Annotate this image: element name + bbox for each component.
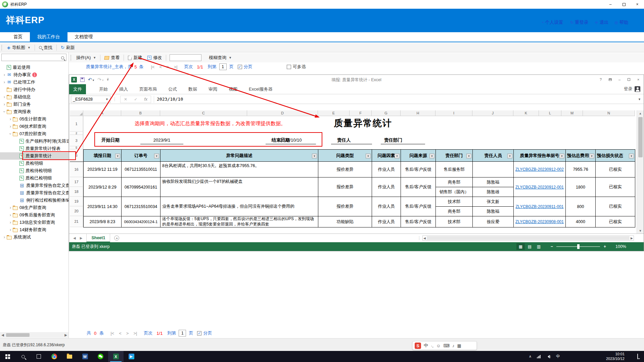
start-date-value[interactable]: 2023/9/1: [140, 138, 183, 143]
ribbon-tab-file[interactable]: 文件: [69, 84, 86, 94]
column-letter[interactable]: C: [160, 110, 247, 116]
filter-dropdown-icon[interactable]: ▼: [312, 154, 317, 158]
select-all-corner[interactable]: [70, 110, 83, 116]
row-number[interactable]: 3: [70, 135, 83, 146]
sidebar-item-routine-inspection[interactable]: ⊞例行检过程检验柜体编码后检: [0, 197, 69, 204]
ribbon-tab-insert[interactable]: 插入: [113, 84, 134, 94]
navigate-map-button[interactable]: ◈导航图▼: [4, 44, 33, 52]
cell-date[interactable]: 2023/9/12 11:19: [84, 162, 122, 177]
scrollbar-thumb[interactable]: [6, 333, 30, 337]
zoom-slider-track[interactable]: [556, 246, 600, 247]
ribbon-display-icon[interactable]: [605, 76, 615, 83]
filter-dropdown-icon[interactable]: ▼: [429, 154, 434, 158]
expander-icon[interactable]: ›: [2, 109, 7, 114]
ime-indicator[interactable]: 中: [556, 354, 560, 359]
column-letter[interactable]: M: [561, 110, 583, 116]
pager-first-button[interactable]: |<: [110, 331, 114, 336]
cell-type[interactable]: 功能缺陷: [318, 216, 372, 227]
scrollbar-thumb[interactable]: [638, 117, 643, 157]
keyboard-icon[interactable]: ⌨: [443, 343, 450, 348]
taskbar-clock[interactable]: 10:01 2023/10/12: [606, 352, 625, 361]
cell-factor[interactable]: 作业人员: [372, 162, 401, 177]
sidebar-item-05[interactable]: ›05生计部查询: [0, 115, 69, 123]
ribbon-tab-excel-server[interactable]: Excel服务器: [243, 84, 278, 94]
taskbar-word[interactable]: W: [77, 351, 93, 362]
sidebar-item-material-ledger[interactable]: ✎生产领料序时簿(无筛选日期): [0, 138, 69, 145]
scroll-right-icon[interactable]: ▶: [63, 333, 68, 337]
pager-first-button[interactable]: |<: [151, 64, 154, 69]
tab-my-workbench[interactable]: 我的工作台: [30, 32, 67, 42]
sidebar-item-dept-business[interactable]: ›部门业务: [0, 101, 69, 108]
cell-status[interactable]: 已核实: [596, 216, 635, 227]
expander-icon[interactable]: ›: [2, 80, 7, 85]
cell-source[interactable]: 售后/客户反馈: [401, 197, 436, 216]
taskbar-wechat[interactable]: [93, 351, 108, 362]
filter-dropdown-icon[interactable]: ▼: [366, 154, 371, 158]
sidebar-item-inprogress[interactable]: 进行中待办: [0, 86, 69, 93]
filter-dropdown-icon[interactable]: ▼: [115, 154, 120, 158]
cell-date[interactable]: 2023/9/8 8:23: [84, 216, 122, 227]
cell-order[interactable]: 06712135510011: [122, 162, 160, 177]
cell-cost[interactable]: 800: [566, 197, 596, 216]
sidebar-item-quality-report[interactable]: ✎质量异常统计报表: [0, 145, 69, 152]
pager-next-button[interactable]: >: [167, 64, 169, 69]
sidebar-item-06[interactable]: ›06技术部查询: [0, 123, 69, 130]
taskbar-app[interactable]: ▶: [124, 351, 139, 362]
cell-date[interactable]: 2023/9/11 14:30: [84, 197, 122, 216]
column-letter[interactable]: H: [401, 110, 435, 116]
cell-type[interactable]: 报价差异: [318, 197, 372, 216]
sidebar-item-qc-done[interactable]: ✎质检已检明细: [0, 174, 69, 182]
sheet-horizontal-scrollbar[interactable]: ◀ ▶: [422, 236, 634, 241]
taskbar-chrome[interactable]: [46, 351, 62, 362]
sidebar-item-14[interactable]: ›14财务部查询: [0, 226, 69, 234]
cell-dept[interactable]: 售后服务部: [436, 162, 473, 177]
close-icon[interactable]: ×: [631, 0, 644, 9]
filter-dropdown-icon[interactable]: ▼: [507, 154, 512, 158]
goto-page-input[interactable]: [219, 63, 227, 70]
ribbon-tab-data[interactable]: 数据: [183, 84, 203, 94]
cell-cost[interactable]: 4000: [566, 216, 596, 227]
personal-settings-link[interactable]: ◔个人设置: [541, 19, 563, 25]
cell-date[interactable]: 2023/9/12 8:29: [84, 177, 122, 197]
fx-icon[interactable]: fx: [144, 97, 147, 102]
network-icon[interactable]: [537, 355, 541, 358]
sidebar-item-custom-query-2[interactable]: ⊞质量异常报告自定义查询（3: [0, 189, 69, 197]
sidebar-item-system-test[interactable]: ›系统测试: [0, 234, 69, 241]
column-letter[interactable]: G: [372, 110, 401, 116]
filter-dropdown-icon[interactable]: ▼: [589, 154, 594, 158]
column-letter[interactable]: I: [435, 110, 472, 116]
start-button[interactable]: [0, 351, 15, 362]
sheet-prev-icon[interactable]: ◀: [73, 236, 76, 240]
expander-icon[interactable]: ›: [8, 213, 13, 217]
save-icon[interactable]: [80, 77, 85, 82]
sidebar-horizontal-scrollbar[interactable]: ◀ ▶: [0, 332, 68, 338]
filter-dropdown-icon[interactable]: ▼: [154, 154, 159, 158]
name-box[interactable]: _ESF6628▼: [71, 96, 110, 103]
expand-formula-bar-icon[interactable]: ▼: [638, 98, 641, 101]
filter-dropdown-icon[interactable]: ▼: [629, 154, 634, 158]
expander-icon[interactable]: ›: [8, 117, 13, 121]
zoom-in-icon[interactable]: +: [604, 244, 606, 249]
tab-document-management[interactable]: 文档管理: [67, 32, 100, 42]
sidebar-item-custom-query-1[interactable]: ⊞质量异常报告自定义查询（1: [0, 182, 69, 189]
pager-next-button[interactable]: >: [126, 331, 129, 336]
cell-source[interactable]: 售后/客户反馈: [401, 177, 436, 197]
minimize-icon[interactable]: –: [615, 76, 624, 83]
add-sheet-icon[interactable]: +: [114, 236, 119, 241]
ribbon-tab-home[interactable]: 开始: [93, 84, 113, 94]
sidebar-item-query-reports[interactable]: ›查询报表: [0, 108, 69, 115]
view-button[interactable]: 查看: [102, 54, 122, 62]
sidebar-item-07[interactable]: ›07质控部查询: [0, 130, 69, 138]
cell-type[interactable]: 报价差异: [318, 162, 372, 177]
row-number[interactable]: 20: [70, 206, 83, 216]
redo-icon[interactable]: ↷▾: [97, 77, 103, 82]
cell-description[interactable]: 验收阶段发现我们少提供一个8T的机械硬盘: [160, 177, 318, 197]
sidebar-item-todo[interactable]: ›✉待办事宜1: [0, 71, 69, 79]
cell-description[interactable]: 这个单现场反馈：5套UPS，只要四套，然后设计的是三相进三相出的UPS，发到现场…: [160, 216, 318, 227]
column-letter[interactable]: D: [247, 110, 318, 116]
maximize-icon[interactable]: [617, 0, 631, 9]
cell-description[interactable]: 业务走单要求现场AP61~AP64母排连接，但合同没有并铜排这个费用的: [160, 197, 318, 216]
sidebar-item-recent[interactable]: ✎最近使用: [0, 64, 69, 71]
expander-icon[interactable]: ›: [2, 102, 7, 107]
end-date-value[interactable]: 2023/10/10: [266, 138, 316, 143]
